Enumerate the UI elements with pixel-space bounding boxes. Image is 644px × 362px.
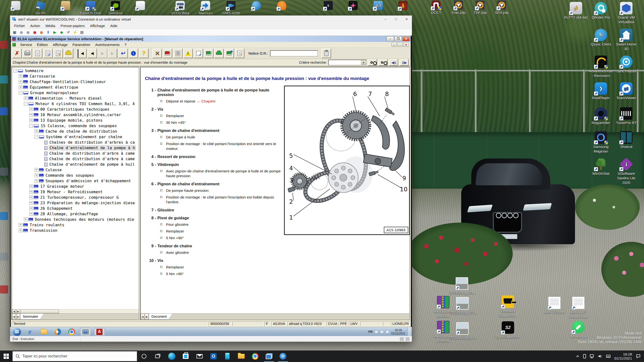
resume-icon[interactable]: ▶ — [53, 30, 57, 34]
vm-menu-fichier[interactable]: Fichier — [12, 24, 28, 28]
note-icon[interactable] — [194, 49, 203, 58]
document-check-icon[interactable]: ✓ — [43, 49, 53, 58]
tree-item[interactable]: +Culasse — [12, 167, 139, 173]
tree-item[interactable]: +Données techniques des moteurs (moteurs… — [12, 217, 139, 222]
document-help-icon[interactable]: ? — [235, 49, 244, 58]
elsa-menu-service[interactable]: Service — [18, 43, 34, 47]
tree-item[interactable]: +28 Allumage, préchauffage — [12, 211, 139, 217]
ctrl-alt-del-icon[interactable]: ▣ — [12, 30, 17, 34]
tree-item[interactable]: Chaîne d'entraînement de pompe à huil — [12, 162, 139, 167]
desktop-icon-synctrayzor[interactable]: ↗SyncTrayzor — [614, 55, 639, 73]
taskbar-edge-icon[interactable] — [165, 351, 179, 362]
desktop-icon-text-file[interactable]: ↗odis 7.2.1.txt — [542, 297, 567, 314]
taskbar-wmp-icon[interactable] — [52, 328, 63, 336]
partial-icon[interactable] — [0, 168, 8, 176]
nav-back-icon[interactable]: ◀ — [88, 49, 97, 58]
vehicle-icon[interactable] — [64, 49, 73, 58]
shutdown-icon[interactable]: ◉ — [32, 30, 37, 34]
expand-plus-icon[interactable]: + — [34, 174, 38, 177]
mdi-close-button[interactable]: ✕ — [404, 43, 409, 47]
tree-item[interactable]: Chaîne de distribution d'arbre à came — [12, 151, 139, 156]
elsa-menu-affichage[interactable]: Affichage — [50, 43, 70, 47]
partial-icon[interactable] — [0, 285, 8, 294]
taskbar-vmconnect-icon[interactable] — [262, 351, 276, 362]
taskbar-ie-icon[interactable]: e — [24, 328, 36, 336]
tree-item[interactable]: +21 Turbocompresseur, compresseur G — [12, 195, 139, 200]
new-document-icon[interactable] — [33, 49, 42, 58]
desktop-icon-putty[interactable]: ⚡↗PuTTY (64-bit) — [564, 2, 588, 20]
desktop-icon-blue-app[interactable]: ↗Go PC — [28, 1, 53, 15]
tree-item[interactable]: +Soupapes d'admission et d'échappement — [12, 178, 139, 184]
collapse-minus-icon[interactable]: - — [24, 102, 28, 106]
expand-plus-icon[interactable]: + — [19, 229, 22, 232]
tray-icon[interactable] — [380, 330, 384, 333]
partial-icon[interactable] — [0, 41, 8, 49]
elsa-titlebar[interactable]: ELSA système ELectronique Service inform… — [11, 36, 411, 42]
next-document-icon[interactable]: ▤▶ — [400, 59, 409, 66]
desktop-icon-just-cause-3[interactable]: JC3↗ — [366, 1, 390, 11]
desktop-icon-sfr-jnlp[interactable]: ↗SFR.jnlp — [489, 0, 514, 15]
taskbar-chrome-icon[interactable] — [248, 351, 262, 362]
win7-start-button[interactable] — [13, 328, 21, 336]
touch-keyboard-icon[interactable] — [606, 354, 610, 358]
scroll-left-button[interactable]: ◀ — [12, 310, 16, 313]
partial-icon[interactable] — [0, 212, 8, 220]
tools-icon[interactable] — [152, 49, 162, 58]
desktop-icon-notes-app[interactable]: ↗ — [128, 1, 153, 11]
vm-menu-mdia[interactable]: Média — [43, 24, 58, 28]
tab-document[interactable]: Document — [149, 314, 172, 320]
exit-icon[interactable]: ✗ — [12, 49, 22, 58]
desktop-icon-shotcut[interactable]: ↗Shotcut — [614, 131, 639, 149]
expand-plus-icon[interactable]: + — [29, 201, 33, 205]
elsa-menu-?[interactable]: ? — [122, 43, 129, 47]
minimize-button[interactable]: – — [387, 36, 394, 41]
scroll-right-button[interactable]: ▶ — [16, 310, 20, 313]
vm-window-titlebar[interactable]: win7 elsawin sur WATERCOOLING - Connexio… — [10, 15, 412, 23]
tree-item[interactable]: -Groupe motopropulseur — [12, 90, 139, 95]
document-star-icon[interactable]: ✶ — [54, 49, 63, 58]
vm-menu-pressepapiers[interactable]: Presse-papiers — [58, 24, 88, 28]
maintenance-icon[interactable] — [224, 49, 234, 58]
partial-icon[interactable] — [0, 253, 8, 261]
return-icon[interactable]: ↩ — [118, 49, 128, 58]
binocular-all-icon[interactable] — [378, 59, 388, 66]
tree-item[interactable]: +Commande des soupapes — [12, 173, 139, 178]
expand-plus-icon[interactable]: + — [29, 207, 33, 210]
taskbar-chrome-icon[interactable] — [66, 328, 77, 336]
desktop-icon-realplayer[interactable]: ❯↗RealPlayer — [588, 82, 613, 100]
nav-forward-icon[interactable]: ▶ — [98, 49, 107, 58]
tree-item[interactable]: -Moteur 6 cylindres TDI Common Rail, 3,0… — [12, 101, 139, 106]
taskbar-store-icon[interactable] — [179, 351, 192, 362]
task-view-button[interactable] — [151, 351, 165, 362]
desktop-icon-photo-file[interactable]: ↗20210512_173... — [450, 297, 475, 315]
collapse-minus-icon[interactable]: - — [29, 124, 33, 128]
pause-icon[interactable]: ‖ — [46, 30, 50, 34]
share-icon[interactable]: ⚡ — [73, 30, 78, 34]
tree-item[interactable]: +26 Echappement — [12, 206, 139, 211]
tree-item[interactable]: +Alimentation - Moteurs diesel — [12, 95, 139, 101]
expand-plus-icon[interactable]: + — [34, 129, 38, 133]
tray-icon[interactable] — [375, 330, 378, 333]
taskbar-explorer-icon[interactable] — [234, 351, 248, 362]
desktop-icon-dynospectrum[interactable]: S2↗DynoSpectrum — [496, 321, 520, 339]
desktop-icon-offboard-diagnostic[interactable]: ↗Offboard Diagnosti... — [496, 296, 520, 318]
collapse-minus-icon[interactable]: - — [34, 135, 38, 139]
tree-item[interactable]: +Équipement électrique — [12, 84, 139, 90]
desktop-icon-easeus-disk[interactable]: ↗EaseUS Disk — [78, 1, 103, 15]
desktop-icon-virtualbox[interactable]: ↗Oracle VM VirtualBox — [614, 2, 639, 24]
desktop-icon-text-file[interactable]: ↗audi a6 c7 allroad italie p... — [566, 297, 591, 324]
expand-plus-icon[interactable]: + — [29, 113, 33, 117]
parts-list-icon[interactable] — [173, 49, 182, 58]
desktop-icon-occt[interactable]: ↗OCCT — [424, 0, 448, 15]
desktop-icon-tdf-jnlp[interactable]: ↗TDF.jnlp — [468, 0, 492, 15]
copy-button[interactable] — [322, 49, 331, 58]
search-criteria-select[interactable] — [328, 60, 366, 65]
tree-item[interactable]: -Sommaire — [12, 68, 139, 73]
vehicle-green-icon[interactable] — [214, 49, 224, 58]
close-button[interactable]: ✕ — [402, 36, 410, 41]
desktop-icon-photo-file[interactable]: ↗20210512_185... — [450, 322, 475, 340]
desktop-icon-samsung-magician[interactable]: ↗Samsung Magician — [588, 131, 613, 153]
start-button[interactable] — [0, 351, 12, 362]
tree-item[interactable]: Chaînes de distribution d'arbres à ca — [12, 140, 139, 145]
chapter-link[interactable]: Chapitre — [202, 99, 216, 104]
